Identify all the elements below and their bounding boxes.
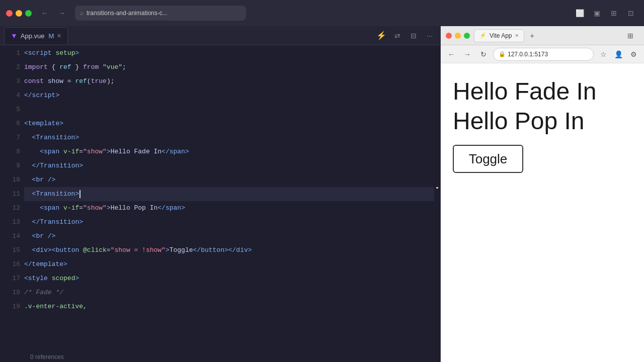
line-number-16: 16 [0,257,20,272]
main-area: ▼ App.vue M ✕ ⚡ ⇄ ⊟ ··· 1234567891011121… [0,26,644,362]
back-button[interactable]: ← [38,6,52,20]
tab-modified-badge: M [49,32,54,40]
sidebar-toggle-icon[interactable]: ⬜ [573,6,587,20]
new-tab-button[interactable]: + [526,30,537,41]
browser-pane: ⚡ Vite App ✕ + ⊞ ← → ↻ 🔒 127.0.0.1:5173 … [440,26,644,362]
ellipsis-icon[interactable]: ··· [423,29,436,42]
layout-icon[interactable]: ▣ [590,6,604,20]
close-traffic-light[interactable] [6,10,13,17]
browser-tab-vite[interactable]: ⚡ Vite App ✕ [474,29,524,42]
browser-titlebar: ⚡ Vite App ✕ + ⊞ [441,26,644,45]
code-area[interactable]: <script setup>import { ref } from "vue";… [24,45,440,352]
code-line-10: <br /> [24,173,434,187]
line-number-19: 19 [0,300,20,314]
search-icon: ⌕ [80,10,84,17]
split-editor-icon[interactable]: ⊟ [407,29,420,42]
title-bar: ← → ⌕ transitions-and-animations-c... ⬜ … [0,0,644,26]
profile-icon[interactable]: 👤 [612,48,625,61]
code-line-4: </script> [24,88,434,103]
tab-app-vue[interactable]: ▼ App.vue M ✕ [4,27,68,44]
code-line-13: </Transition> [24,215,434,229]
browser-traffic-lights [446,33,470,39]
more-icon[interactable]: ⊡ [624,6,638,20]
toggle-button[interactable]: Toggle [453,145,523,173]
code-line-8: <span v-if="show">Hello Fade In</span> [24,145,434,159]
editor-content: 12345678910111213141516171819 <script se… [0,45,440,352]
browser-url-text: 127.0.0.1:5173 [508,51,548,58]
browser-minimize-button[interactable] [455,33,461,39]
source-control-icon[interactable]: ⇄ [391,29,404,42]
code-line-12: <span v-if="show">Hello Pop In</span> [24,201,434,215]
vite-icon[interactable]: ⚡ [375,29,388,42]
code-line-17: <style scoped> [24,272,434,286]
tab-label: App.vue [21,32,45,40]
browser-content: Hello Fade In Hello Pop In Toggle [441,63,644,362]
line-number-1: 1 [0,46,20,60]
hello-pop-text: Hello Pop In [453,107,632,135]
bottom-reference: 0 references [0,352,440,362]
line-number-9: 9 [0,159,20,173]
line-number-14: 14 [0,229,20,243]
lock-icon: 🔒 [499,51,506,57]
settings-icon[interactable]: ⚙ [627,48,640,61]
browser-window-controls: ⊞ [624,29,639,42]
code-line-19: .v-enter-active, [24,300,434,314]
code-line-16: </template> [24,257,434,272]
code-line-15: <div><button @click="show = !show">Toggl… [24,243,434,257]
address-bar[interactable]: ⌕ transitions-and-animations-c... [75,6,246,21]
line-numbers: 12345678910111213141516171819 [0,45,24,352]
browser-back-button[interactable]: ← [445,48,458,61]
code-line-1: <script setup> [24,46,434,60]
vue-icon: ▼ [11,32,18,40]
code-line-18: /* Fade */ [24,286,434,300]
browser-tab-close[interactable]: ✕ [515,33,519,38]
line-number-3: 3 [0,74,20,88]
browser-extensions-icon[interactable]: ⊞ [624,29,637,42]
code-line-3: const show = ref(true); [24,74,434,88]
browser-actions: ☆ 👤 ⚙ [597,48,640,61]
line-number-18: 18 [0,286,20,300]
code-line-7: <Transition> [24,131,434,145]
line-number-17: 17 [0,272,20,286]
editor-toolbar-icons: ⚡ ⇄ ⊟ ··· [375,29,436,42]
code-line-2: import { ref } from "vue"; [24,60,434,74]
browser-address-bar[interactable]: 🔒 127.0.0.1:5173 [493,48,594,61]
browser-tab-title: Vite App [490,32,512,39]
line-number-12: 12 [0,201,20,215]
browser-nav-bar: ← → ↻ 🔒 127.0.0.1:5173 ☆ 👤 ⚙ [441,45,644,63]
scroll-indicator [436,187,438,189]
forward-button[interactable]: → [55,6,69,20]
code-line-14: <br /> [24,229,434,243]
code-line-6: <template> [24,117,434,131]
maximize-traffic-light[interactable] [25,10,32,17]
line-number-7: 7 [0,131,20,145]
vite-favicon: ⚡ [479,32,487,39]
text-cursor [79,190,80,198]
tab-close-button[interactable]: ✕ [57,33,61,39]
line-number-5: 5 [0,103,20,117]
code-line-5 [24,103,434,117]
ref-count-text: 0 references [30,353,64,360]
browser-close-button[interactable] [446,33,452,39]
line-number-8: 8 [0,145,20,159]
code-line-9: </Transition> [24,159,434,173]
code-line-11: <Transition> [24,187,434,201]
address-text: transitions-and-animations-c... [87,10,168,17]
line-number-2: 2 [0,60,20,74]
browser-tab-bar: ⚡ Vite App ✕ + [474,29,620,42]
editor-pane: ▼ App.vue M ✕ ⚡ ⇄ ⊟ ··· 1234567891011121… [0,26,440,362]
line-number-13: 13 [0,215,20,229]
editor-tabs: ▼ App.vue M ✕ ⚡ ⇄ ⊟ ··· [0,26,440,45]
minimize-traffic-light[interactable] [16,10,22,17]
nav-buttons: ← → [38,6,69,20]
toolbar-right: ⬜ ▣ ⊞ ⊡ [573,6,638,20]
bookmark-icon[interactable]: ☆ [597,48,610,61]
traffic-lights [6,10,32,17]
hello-fade-text: Hello Fade In [453,77,632,105]
browser-forward-button[interactable]: → [461,48,474,61]
browser-maximize-button[interactable] [464,33,470,39]
split-icon[interactable]: ⊞ [607,6,621,20]
line-number-10: 10 [0,173,20,187]
browser-refresh-button[interactable]: ↻ [477,48,490,61]
line-number-4: 4 [0,88,20,103]
